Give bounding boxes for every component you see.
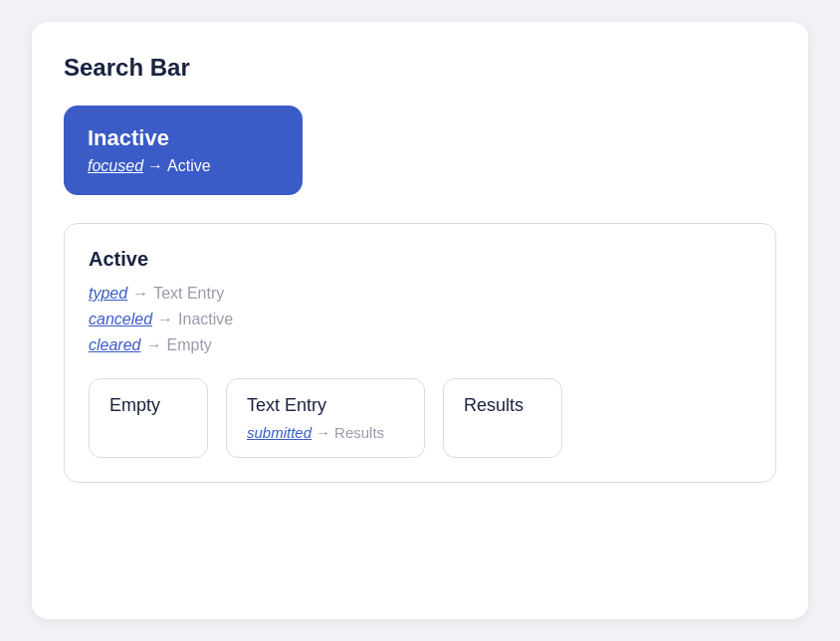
empty-label: Empty — [109, 395, 187, 416]
submitted-target: Results — [334, 424, 384, 441]
substate-card-text-entry: Text Entry submitted → Results — [226, 378, 425, 458]
text-entry-label: Text Entry — [247, 395, 404, 416]
substate-card-results: Results — [443, 378, 562, 458]
transition-row-canceled: canceled → Inactive — [89, 311, 751, 328]
transitions-list: typed → Text Entry canceled → Inactive c… — [89, 285, 751, 354]
inactive-target: Active — [167, 157, 211, 175]
typed-link[interactable]: typed — [89, 285, 127, 303]
inactive-card: Inactive focused → Active — [64, 106, 303, 195]
typed-arrow: → — [132, 285, 148, 303]
cleared-arrow: → — [145, 336, 161, 354]
inactive-arrow: → — [147, 157, 163, 175]
transition-row-typed: typed → Text Entry — [89, 285, 751, 303]
canceled-link[interactable]: canceled — [89, 311, 152, 328]
cleared-link[interactable]: cleared — [89, 336, 140, 354]
transition-row-cleared: cleared → Empty — [89, 336, 751, 354]
inactive-state-label: Inactive — [88, 125, 279, 151]
active-state-label: Active — [89, 248, 751, 271]
canceled-arrow: → — [157, 311, 173, 328]
focused-link[interactable]: focused — [88, 157, 143, 175]
canceled-target: Inactive — [178, 311, 233, 328]
main-container: Search Bar Inactive focused → Active Act… — [32, 22, 808, 619]
submitted-arrow: → — [315, 424, 330, 441]
submitted-link[interactable]: submitted — [247, 424, 312, 441]
typed-target: Text Entry — [153, 285, 224, 303]
inactive-transition-line: focused → Active — [88, 157, 279, 175]
cleared-target: Empty — [166, 336, 211, 354]
page-title: Search Bar — [64, 54, 776, 82]
results-label: Results — [464, 395, 541, 416]
substates-row: Empty Text Entry submitted → Results Res… — [89, 378, 751, 458]
substate-card-empty: Empty — [89, 378, 208, 458]
active-panel: Active typed → Text Entry canceled → Ina… — [64, 223, 776, 483]
text-entry-transition: submitted → Results — [247, 424, 404, 441]
